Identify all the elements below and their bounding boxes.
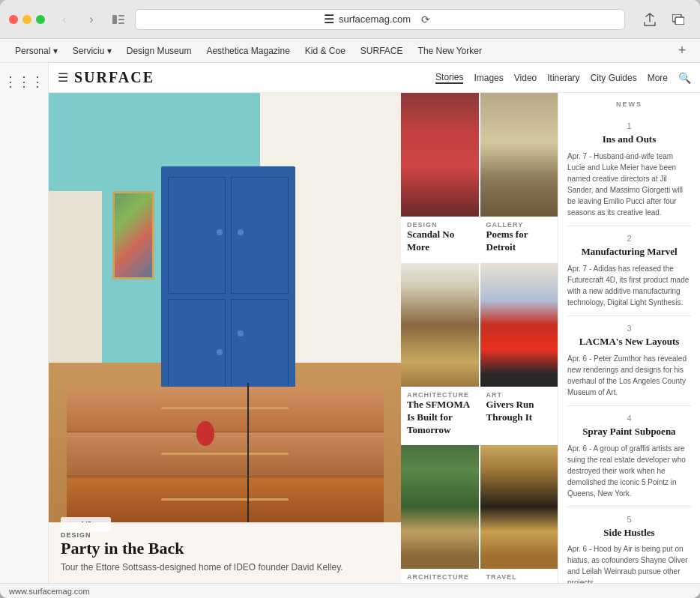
bookmark-kidcoe[interactable]: Kid & Coe <box>299 43 351 58</box>
grid-title-1: Poems for Detroit <box>486 229 552 254</box>
news-item-1[interactable]: 1 Ins and Outs Apr. 7 - Husband-and-wife… <box>567 114 691 226</box>
maximize-button[interactable] <box>36 15 45 24</box>
nav-video[interactable]: Video <box>514 73 537 83</box>
close-button[interactable] <box>9 15 18 24</box>
grid-item-info-1: GALLERY Poems for Detroit <box>480 217 558 262</box>
umbrella-stick <box>247 383 249 524</box>
news-number-3: 3 <box>567 324 691 333</box>
grid-item-info-5: TRAVEL The Four Seasons's New Design Lab <box>480 569 558 583</box>
bookmark-design-museum[interactable]: Design Museum <box>121 43 198 58</box>
grid-image-2 <box>401 263 479 387</box>
news-sidebar: NEWS 1 Ins and Outs Apr. 7 - Husband-and… <box>558 93 700 583</box>
svg-rect-2 <box>118 19 124 20</box>
drawer-handle <box>161 498 288 501</box>
news-title-5: Side Hustles <box>567 527 691 540</box>
hero-overlay: DESIGN Party in the Back Tour the Ettore… <box>49 522 401 583</box>
search-icon[interactable]: 🔍 <box>678 72 691 84</box>
news-number-2: 2 <box>567 234 691 243</box>
sidebar-toggle-button[interactable] <box>108 9 129 30</box>
tabs-button[interactable] <box>666 9 691 30</box>
grid-item-4[interactable]: ARCHITECTURE Feeling Sad? Blame the Buil… <box>401 445 479 583</box>
menu-icon[interactable]: ☰ <box>58 70 68 85</box>
drawer-handle <box>161 453 288 455</box>
nav-more[interactable]: More <box>648 73 668 83</box>
grid-container: DESIGN Scandal No More GALLERY Poems for… <box>401 93 558 583</box>
art-inner <box>115 193 152 277</box>
browser-actions <box>637 9 691 30</box>
grid-item-0[interactable]: DESIGN Scandal No More <box>401 93 479 262</box>
back-button[interactable]: ‹ <box>54 9 75 30</box>
svg-rect-1 <box>118 15 124 16</box>
refresh-button[interactable]: ⟳ <box>415 9 436 30</box>
bookmark-surface[interactable]: SURFACE <box>354 43 409 58</box>
grid-item-5[interactable]: TRAVEL The Four Seasons's New Design Lab <box>480 445 558 583</box>
grid-image-5 <box>480 445 558 569</box>
news-item-3[interactable]: 3 LACMA's New Layouts Apr. 6 - Peter Zum… <box>567 316 691 406</box>
share-button[interactable] <box>637 9 663 30</box>
title-bar: ‹ › ☰ surfacemag.com ⟳ <box>0 0 700 39</box>
grid-image-1 <box>480 93 558 217</box>
news-number-1: 1 <box>567 121 691 130</box>
cabinet-knob <box>217 229 223 235</box>
grid-title-3: Givers Run Through It <box>486 399 552 424</box>
wall-art <box>112 191 154 280</box>
svg-rect-5 <box>675 17 684 25</box>
grid-item-info-4: ARCHITECTURE Feeling Sad? Blame the Buil… <box>401 569 479 583</box>
hero-section[interactable]: ← 1/3 → DESIGN Party in the Back Tour th… <box>49 93 401 583</box>
surface-content: ☰ SURFACE Stories Images Video Itinerary… <box>49 63 700 583</box>
news-number-5: 5 <box>567 515 691 524</box>
address-bar[interactable]: ☰ surfacemag.com ⟳ <box>135 9 625 30</box>
svg-rect-3 <box>118 22 124 24</box>
news-title-2: Manufacturing Marvel <box>567 246 691 259</box>
grid-item-1[interactable]: GALLERY Poems for Detroit <box>480 93 558 262</box>
news-section-label: NEWS <box>567 100 691 108</box>
grid-item-info-2: ARCHITECTURE The SFMOMA Is Built for Tom… <box>401 387 479 444</box>
cabinet-knob <box>238 229 244 235</box>
news-number-4: 4 <box>567 414 691 423</box>
grid-item-info-3: ART Givers Run Through It <box>480 387 558 432</box>
browser-window: ‹ › ☰ surfacemag.com ⟳ Personal ▾ Servic… <box>0 0 700 598</box>
grid-title-0: Scandal No More <box>407 229 473 254</box>
surface-body: ← 1/3 → DESIGN Party in the Back Tour th… <box>49 93 700 583</box>
hero-title: Party in the Back <box>61 539 389 558</box>
bookmark-serviciu[interactable]: Serviciu ▾ <box>67 43 118 58</box>
grid-item-3[interactable]: ART Givers Run Through It <box>480 263 558 444</box>
surface-nav: Stories Images Video Itinerary City Guid… <box>435 72 691 84</box>
hamburger-icon: ☰ <box>324 12 334 26</box>
bookmark-newyorker[interactable]: The New Yorker <box>412 43 488 58</box>
bookmark-aesthetica[interactable]: Aesthetica Magazine <box>200 43 295 58</box>
nav-itinerary[interactable]: Itinerary <box>547 73 579 83</box>
news-title-1: Ins and Outs <box>567 133 691 146</box>
add-tab-button[interactable]: + <box>673 42 691 60</box>
grid-item-info-0: DESIGN Scandal No More <box>401 217 479 262</box>
news-title-3: LACMA's New Layouts <box>567 336 691 348</box>
left-panel: ⋮⋮⋮ <box>0 63 49 583</box>
bookmark-personal[interactable]: Personal ▾ <box>9 43 64 58</box>
drawer-2 <box>67 432 384 477</box>
cabinet-knob <box>238 330 244 336</box>
grid-image-3 <box>480 263 558 387</box>
cabinet-knob <box>217 349 223 355</box>
grid-title-2: The SFMOMA Is Built for Tomorrow <box>407 399 473 437</box>
red-decorative-object <box>196 421 214 446</box>
grid-icon[interactable]: ⋮⋮⋮ <box>1 70 47 93</box>
address-bar-wrap: ☰ surfacemag.com ⟳ <box>135 9 625 30</box>
grid-category-0: DESIGN <box>407 221 473 229</box>
grid-item-2[interactable]: ARCHITECTURE The SFMOMA Is Built for Tom… <box>401 263 479 444</box>
forward-button[interactable]: › <box>81 9 102 30</box>
cabinet <box>161 166 295 421</box>
minimize-button[interactable] <box>22 15 31 24</box>
nav-city-guides[interactable]: City Guides <box>591 73 637 83</box>
news-item-5[interactable]: 5 Side Hustles Apr. 6 - Hood by Air is b… <box>567 507 691 583</box>
grid-title-4: Feeling Sad? Blame the Building <box>407 581 473 583</box>
news-text-2: Apr. 7 - Adidas has released the Futurec… <box>567 263 691 308</box>
nav-images[interactable]: Images <box>474 73 503 83</box>
news-item-4[interactable]: 4 Spray Paint Subpoena Apr. 6 - A group … <box>567 406 691 507</box>
status-bar: www.surfacemag.com <box>0 583 700 598</box>
nav-stories[interactable]: Stories <box>435 72 463 84</box>
surface-header: ☰ SURFACE Stories Images Video Itinerary… <box>49 63 700 93</box>
grid-section: DESIGN Scandal No More GALLERY Poems for… <box>401 93 558 583</box>
drawer-3 <box>67 477 384 524</box>
news-item-2[interactable]: 2 Manufacturing Marvel Apr. 7 - Adidas h… <box>567 226 691 316</box>
content-area: ⋮⋮⋮ ☰ SURFACE Stories Images Video Itine… <box>0 63 700 583</box>
